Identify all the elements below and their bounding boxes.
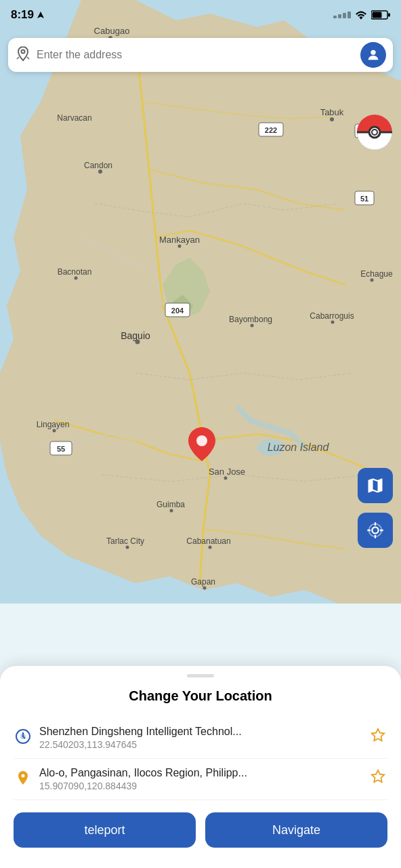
svg-marker-60 [372, 770, 384, 782]
svg-point-56 [196, 435, 207, 446]
svg-text:Guimba: Guimba [156, 500, 185, 509]
svg-text:Bayombong: Bayombong [229, 315, 272, 324]
svg-text:Mankayan: Mankayan [159, 235, 200, 245]
status-bar: 8:19 [0, 0, 401, 30]
svg-point-33 [75, 277, 78, 280]
svg-text:Cabarroguis: Cabarroguis [310, 311, 354, 321]
svg-point-48 [371, 50, 375, 55]
navigate-button[interactable]: Navigate [205, 812, 387, 848]
svg-point-58 [21, 734, 25, 738]
location-coords-1: 22.540203,113.947645 [39, 739, 362, 750]
location-info-2: Alo-o, Pangasinan, Ilocos Region, Philip… [39, 767, 362, 791]
location-item-1[interactable]: Shenzhen Dingsheng Intelligent Technol..… [14, 717, 387, 759]
svg-point-43 [203, 587, 207, 590]
map-view-icon [366, 476, 385, 495]
signal-icon [333, 12, 351, 18]
location-arrow-icon [37, 11, 45, 19]
svg-point-35 [331, 321, 335, 324]
location-name-1: Shenzhen Dingsheng Intelligent Technol..… [39, 726, 362, 738]
locate-icon [366, 521, 385, 540]
svg-point-40 [170, 509, 173, 513]
battery-icon [371, 10, 390, 20]
map-area: 222 51 51 204 55 Cabugao Narvacan Tabuk … [0, 0, 401, 604]
location-search-icon [15, 45, 31, 64]
map-view-button[interactable] [358, 468, 393, 503]
svg-point-37 [135, 340, 140, 344]
svg-text:51: 51 [360, 195, 368, 203]
location-pin-icon [14, 768, 33, 787]
profile-button[interactable] [360, 42, 386, 68]
svg-text:55: 55 [57, 445, 65, 453]
svg-point-42 [209, 546, 212, 549]
svg-point-32 [178, 245, 182, 248]
svg-text:Lingayen: Lingayen [37, 420, 70, 429]
search-bar[interactable] [8, 38, 393, 72]
pokeball-button[interactable] [356, 114, 393, 151]
svg-point-30 [330, 117, 334, 121]
location-item-2[interactable]: Alo-o, Pangasinan, Ilocos Region, Philip… [14, 759, 387, 800]
star-button-2[interactable] [368, 767, 387, 786]
svg-point-36 [251, 324, 254, 328]
svg-rect-46 [388, 14, 390, 17]
time-display: 8:19 [11, 8, 34, 22]
map-pin [188, 427, 215, 464]
action-buttons: teleport Navigate [14, 812, 387, 848]
svg-point-38 [53, 429, 56, 433]
svg-point-31 [98, 170, 102, 174]
svg-text:Echague: Echague [360, 269, 393, 279]
svg-text:204: 204 [171, 307, 184, 315]
drag-handle[interactable] [187, 674, 214, 677]
svg-point-34 [371, 279, 374, 282]
address-input[interactable] [37, 49, 355, 61]
profile-icon [366, 47, 381, 62]
location-history-icon [14, 727, 33, 746]
star-button-1[interactable] [368, 726, 387, 745]
svg-text:Bacnotan: Bacnotan [58, 267, 92, 277]
location-name-2: Alo-o, Pangasinan, Ilocos Region, Philip… [39, 767, 362, 779]
svg-point-39 [224, 477, 228, 480]
status-icons [333, 10, 390, 20]
svg-point-54 [372, 527, 378, 533]
svg-marker-59 [372, 729, 384, 741]
svg-text:Gapan: Gapan [191, 577, 215, 587]
svg-rect-45 [373, 12, 382, 18]
location-info-1: Shenzhen Dingsheng Intelligent Technol..… [39, 726, 362, 750]
svg-text:Narvacan: Narvacan [57, 113, 91, 123]
svg-text:Candon: Candon [84, 161, 112, 170]
wifi-icon [355, 10, 367, 20]
svg-point-41 [126, 546, 129, 549]
status-time: 8:19 [11, 8, 45, 22]
svg-point-47 [22, 50, 25, 54]
svg-text:Baguio: Baguio [121, 330, 150, 341]
location-coords-2: 15.907090,120.884439 [39, 781, 362, 791]
svg-text:Luzon Island: Luzon Island [268, 441, 330, 453]
svg-text:222: 222 [265, 126, 277, 134]
svg-text:Cabanatuan: Cabanatuan [186, 536, 230, 546]
svg-text:Tarlac City: Tarlac City [106, 536, 144, 546]
svg-text:Tabuk: Tabuk [320, 107, 344, 117]
svg-point-55 [369, 524, 382, 537]
svg-text:San Jose: San Jose [209, 467, 245, 477]
bottom-sheet: Change Your Location Shenzhen Dingsheng … [0, 666, 401, 868]
sheet-title: Change Your Location [14, 688, 387, 704]
svg-point-51 [372, 130, 377, 135]
locate-button[interactable] [358, 513, 393, 548]
teleport-button[interactable]: teleport [14, 812, 196, 848]
